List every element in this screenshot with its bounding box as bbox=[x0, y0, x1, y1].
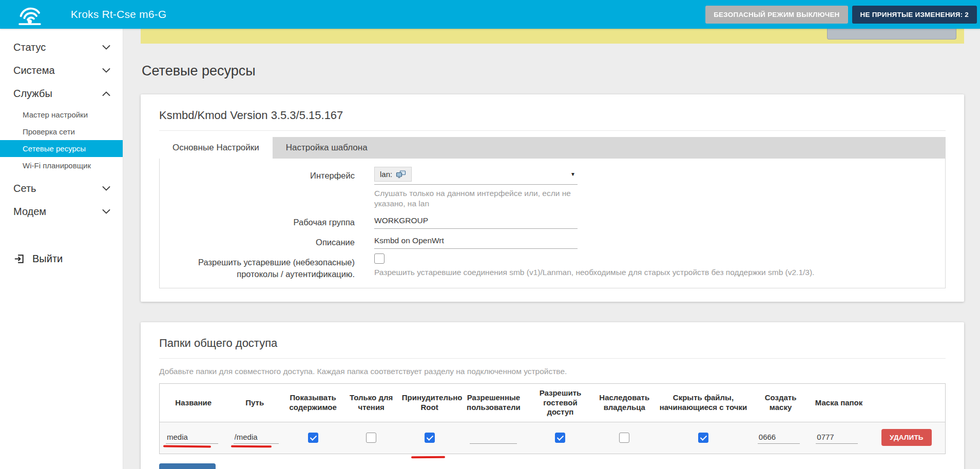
workgroup-input[interactable] bbox=[374, 213, 578, 229]
sidebar-item-modem[interactable]: Модем bbox=[0, 200, 123, 223]
legacy-protocols-help-text: Разрешить устаревшие соединения smb (v1)… bbox=[374, 267, 925, 278]
sidebar-item-status[interactable]: Статус bbox=[0, 36, 123, 59]
sidebar-subitem-wifi-scheduler[interactable]: Wi-Fi планировщик bbox=[0, 157, 123, 174]
shared-folders-table: Название Путь Показывать содержимое Толь… bbox=[159, 383, 946, 454]
share-row-media: УДАЛИТЬ bbox=[160, 422, 946, 454]
shared-folders-description: Добавьте папки для совместного доступа. … bbox=[159, 367, 946, 376]
interface-label: Интерфейс bbox=[160, 167, 355, 181]
divider bbox=[159, 130, 946, 131]
col-header-force-root: Принудительно Root bbox=[399, 383, 460, 422]
unsaved-changes-button[interactable]: НЕ ПРИНЯТЫЕ ИЗМЕНЕНИЯ: 2 bbox=[852, 6, 977, 24]
logout-button[interactable]: Выйти bbox=[0, 247, 123, 271]
tab-general-settings[interactable]: Основные Настройки bbox=[159, 137, 273, 159]
col-header-actions bbox=[868, 383, 946, 422]
sidebar: Статус Система Службы Мастер настройки П… bbox=[0, 29, 123, 469]
col-header-browseable: Показывать содержимое bbox=[282, 383, 344, 422]
kroks-wifi-logo-icon bbox=[16, 3, 44, 26]
sidebar-item-label: Система bbox=[13, 65, 55, 76]
browseable-checkbox[interactable] bbox=[308, 433, 318, 443]
interface-help-text: Слушать только на данном интерфейсе или,… bbox=[374, 188, 578, 209]
services-submenu: Мастер настройки Проверка сети Сетевые р… bbox=[0, 105, 123, 177]
chevron-down-icon bbox=[102, 45, 110, 50]
delete-share-button[interactable]: УДАЛИТЬ bbox=[881, 429, 932, 446]
page-title: Сетевые ресурсы bbox=[142, 63, 964, 79]
main-content: Сетевые ресурсы Ksmbd/Kmod Version 3.5.3… bbox=[123, 29, 980, 469]
col-header-guest-access: Разрешить гостевой доступ bbox=[527, 383, 593, 422]
legacy-protocols-checkbox[interactable] bbox=[374, 253, 385, 264]
unsaved-changes-alert bbox=[141, 29, 964, 44]
sidebar-item-services[interactable]: Службы bbox=[0, 82, 123, 105]
legacy-protocols-label: Разрешить устаревшие (небезопасные) прот… bbox=[160, 253, 355, 280]
shared-folders-card: Папки общего доступа Добавьте папки для … bbox=[141, 322, 964, 469]
chevron-down-icon bbox=[102, 186, 110, 191]
ksmbd-tabs: Основные Настройки Настройка шаблона bbox=[159, 137, 946, 159]
safe-mode-button[interactable]: БЕЗОПАСНЫЙ РЕЖИМ ВЫКЛЮЧЕН bbox=[705, 6, 848, 24]
chevron-down-icon bbox=[102, 209, 110, 214]
read-only-checkbox[interactable] bbox=[366, 433, 376, 443]
add-share-button[interactable]: ДОБАВИТЬ bbox=[159, 463, 216, 469]
hide-dot-files-checkbox[interactable] bbox=[698, 433, 708, 443]
annotation-underline bbox=[411, 456, 445, 459]
col-header-create-mask: Создать маску bbox=[752, 383, 810, 422]
sidebar-subitem-network-check[interactable]: Проверка сети bbox=[0, 123, 123, 140]
lan-network-icon bbox=[396, 170, 406, 178]
create-mask-input[interactable] bbox=[758, 431, 800, 444]
general-settings-panel: Интерфейс lan: bbox=[159, 159, 946, 288]
annotation-underline bbox=[163, 445, 211, 448]
logout-icon bbox=[13, 253, 25, 265]
col-header-name: Название bbox=[160, 383, 227, 422]
tab-template-settings[interactable]: Настройка шаблона bbox=[273, 137, 381, 159]
ksmbd-settings-card: Ksmbd/Kmod Version 3.5.3/5.15.167 Основн… bbox=[141, 94, 964, 302]
col-header-allowed-users: Разрешенные пользователи bbox=[460, 383, 527, 422]
sidebar-subitem-setup-wizard[interactable]: Мастер настройки bbox=[0, 106, 123, 123]
sidebar-item-label: Модем bbox=[13, 206, 46, 218]
force-root-checkbox[interactable] bbox=[425, 433, 435, 443]
chevron-down-icon: ▼ bbox=[570, 171, 575, 177]
description-input[interactable] bbox=[374, 233, 578, 249]
sidebar-item-label: Службы bbox=[13, 88, 52, 100]
ksmbd-card-title: Ksmbd/Kmod Version 3.5.3/5.15.167 bbox=[159, 109, 946, 122]
sidebar-item-system[interactable]: Система bbox=[0, 59, 123, 82]
sidebar-item-label: Статус bbox=[13, 42, 46, 53]
allowed-users-input[interactable] bbox=[470, 431, 517, 444]
chevron-down-icon bbox=[102, 68, 110, 73]
workgroup-label: Рабочая группа bbox=[160, 213, 355, 228]
sidebar-item-label: Сеть bbox=[13, 183, 36, 194]
shared-folders-title: Папки общего доступа bbox=[159, 337, 946, 350]
share-path-input[interactable] bbox=[234, 431, 279, 444]
sidebar-item-network[interactable]: Сеть bbox=[0, 177, 123, 200]
interface-chip-label: lan: bbox=[380, 170, 392, 179]
share-name-input[interactable] bbox=[166, 431, 218, 444]
dir-mask-input[interactable] bbox=[816, 431, 858, 444]
divider bbox=[159, 358, 946, 359]
inherit-owner-checkbox[interactable] bbox=[619, 433, 629, 443]
device-title: Kroks Rt-Cse m6-G bbox=[71, 8, 167, 21]
table-header-row: Название Путь Показывать содержимое Толь… bbox=[160, 383, 946, 422]
col-header-hide-dot-files: Скрыть файлы, начинающиеся с точки bbox=[655, 383, 752, 422]
logout-label: Выйти bbox=[32, 253, 63, 265]
col-header-dir-mask: Маска папок bbox=[810, 383, 868, 422]
description-label: Описание bbox=[160, 233, 355, 248]
annotation-underline bbox=[231, 445, 272, 448]
col-header-path: Путь bbox=[227, 383, 282, 422]
sidebar-subitem-network-shares[interactable]: Сетевые ресурсы bbox=[0, 140, 123, 157]
interface-select[interactable]: lan: ▼ bbox=[374, 167, 578, 185]
col-header-read-only: Только для чтения bbox=[344, 383, 399, 422]
top-header-bar: Kroks Rt-Cse m6-G БЕЗОПАСНЫЙ РЕЖИМ ВЫКЛЮ… bbox=[0, 0, 980, 29]
col-header-inherit-owner: Наследовать владельца bbox=[593, 383, 655, 422]
alert-partial-button[interactable] bbox=[827, 29, 956, 40]
interface-chip: lan: bbox=[374, 167, 412, 182]
guest-access-checkbox[interactable] bbox=[555, 433, 565, 443]
chevron-up-icon bbox=[102, 91, 110, 96]
